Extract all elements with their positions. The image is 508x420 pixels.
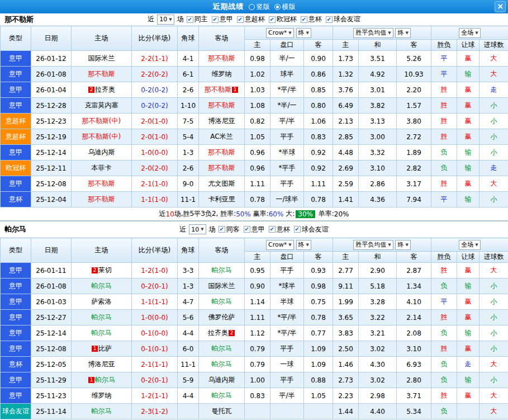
filter-checkbox-意甲[interactable]: ✔意甲 [212,15,233,24]
avg-away-cell: 3.10 [397,341,431,357]
odds-final-select[interactable]: 终 ▼ [296,240,311,250]
checkbox-label: 球会友谊 [302,225,329,234]
avg-final-select[interactable]: 终 ▼ [395,240,410,250]
filter-checkbox-同主[interactable]: ✔同主 [187,15,208,24]
checkbox-checked-icon[interactable]: ✔ [244,226,250,233]
filter-checkbox-意超杯[interactable]: ✔意超杯 [237,15,265,24]
bookmaker-select[interactable]: Crow* ▼ [266,240,294,250]
corner-cell: 2-6 [178,161,199,176]
odds-final-select[interactable]: 终 ▼ [296,28,311,38]
avg-home-cell: 2.77 [333,263,359,279]
filter-checkbox-欧冠杯[interactable]: ✔欧冠杯 [269,15,297,24]
cell-text: 1.08 [250,102,265,110]
cell-text: 1.34 [406,282,421,290]
cell-text: 赢 [465,133,472,140]
score-cell: 1-2(1-1) [132,388,178,404]
filter-checkbox-意甲[interactable]: ✔意甲 [244,225,265,234]
match-type-cell: 意甲 [1,372,31,388]
cell-text: 半/一 [279,54,295,62]
checkbox-checked-icon[interactable]: ✔ [269,226,276,233]
match-count-select[interactable]: 10 ▼ [157,15,174,25]
cell-text: 小 [491,117,497,125]
cell-text: 0.83 [311,133,326,141]
bookmaker-select[interactable]: Crow* ▼ [266,28,294,38]
summary-part: 50% [236,210,251,218]
match-row: 意杯25-12-05博洛尼亚2-1(1-1)11-1帕尔马0.79一球1.091… [1,357,508,372]
cell-text: 1.32 [338,70,353,78]
cell-text: 0.95 [250,267,265,275]
checkbox-checked-icon[interactable]: ✔ [326,16,333,23]
away-team-cell: 那不勒斯 [199,98,245,114]
checkbox-checked-icon[interactable]: ✔ [294,226,301,233]
handicap-cell: 平手 [270,341,304,357]
checkbox-label: 意杯 [308,15,322,24]
wdl-average-select[interactable]: 胜平负均值 ▼ [353,240,393,250]
cell-text: 0.90 [250,282,265,290]
cell-text: 3.28 [370,298,385,306]
checkbox-checked-icon[interactable]: ✔ [301,16,307,23]
cell-text: 输 [465,376,472,384]
corner-cell: 5-4 [178,129,199,145]
filter-checkbox-意杯[interactable]: ✔意杯 [301,15,322,24]
near-label: 近 [179,225,186,234]
checkbox-checked-icon[interactable]: ✔ [212,16,219,23]
filter-checkbox-球会友谊[interactable]: ✔球会友谊 [294,225,329,234]
filter-checkbox-球会友谊[interactable]: ✔球会友谊 [326,15,360,24]
handicap-cell: 平手 [270,372,304,388]
fullmatch-select[interactable]: 全场 ▼ [459,240,480,250]
corner-cell: 4-7 [178,294,199,310]
checkbox-checked-icon[interactable]: ✔ [219,226,225,233]
checkbox-checked-icon[interactable]: ✔ [187,16,193,23]
avg-final-value: 终 [397,29,403,37]
close-icon[interactable]: × [495,1,506,12]
rank-badge: 2 [229,330,235,336]
date-cell: 25-12-14 [31,325,72,341]
fullmatch-select[interactable]: 全场 ▼ [459,28,480,38]
odds-home-cell: 0.79 [245,341,270,357]
checkbox-checked-icon[interactable]: ✔ [269,16,276,23]
team-name: 那不勒斯 [4,15,34,25]
cell-text: 那不勒斯 [88,180,115,187]
checkbox-checked-icon[interactable]: ✔ [237,16,244,23]
cell-text: 3.65 [338,314,353,322]
radio-vertical-layout[interactable]: 竖版 [249,2,270,12]
corner-cell: 6-0 [178,341,199,357]
cell-text: 平手 [281,180,294,187]
match-row: 意超杯25-12-23那不勒斯(中)2-0(1-0)7-5博洛尼亚0.82平/半… [1,114,508,129]
games-label: 场 [209,225,216,234]
parma-filter-bar: 帕尔马 近 10 ▼ 场 ✔同客✔意甲✔意杯✔球会友谊 [0,221,508,238]
filter-checkbox-同客[interactable]: ✔同客 [219,225,240,234]
away-team-cell: 帕尔马 [199,294,245,310]
odds-home-cell: 0.95 [245,263,270,279]
date-cell: 25-12-19 [31,129,72,145]
avg-home-cell: 1.41 [333,192,359,207]
avg-away-cell: 2.87 [397,263,431,279]
col-header-avg-home: 主 [333,252,359,263]
cell-text: 大 [491,407,497,415]
wdl-average-select[interactable]: 胜平负均值 ▼ [353,28,393,38]
odds-away-cell: 0.78 [304,192,333,207]
radio-selected-icon[interactable] [274,4,281,10]
chevron-down-icon: ▼ [388,31,391,35]
cell-text: 10.93 [404,70,423,78]
cell-text: 负 [441,407,448,415]
wdl-result-cell: 胜 [431,98,457,114]
filter-checkbox-意杯[interactable]: ✔意杯 [269,225,290,234]
avg-away-cell: 2.72 [397,129,431,145]
match-type-cell: 意甲 [1,145,31,161]
cell-text: 0.77 [311,329,326,337]
cell-text: *半球 [279,148,296,156]
cell-text: 负 [441,360,448,368]
avg-final-select[interactable]: 终 ▼ [395,28,410,38]
match-count-select[interactable]: 10 ▼ [189,224,206,234]
score-cell: 2-2(1-1) [132,51,178,67]
avg-away-cell: 5.34 [397,404,431,419]
cell-text: 25-12-14 [36,149,66,157]
match-row: 意杯25-12-04那不勒斯1-1(1-0)11-1卡利亚里0.78一/球半0.… [1,192,508,207]
cell-text: 胜 [441,345,448,352]
radio-icon[interactable] [249,4,255,10]
handicap-result-cell: 赢 [457,82,479,98]
cell-text: 1.73 [338,55,353,63]
corner-cell: 1-3 [178,145,199,161]
radio-horizontal-layout[interactable]: 横版 [274,2,296,12]
